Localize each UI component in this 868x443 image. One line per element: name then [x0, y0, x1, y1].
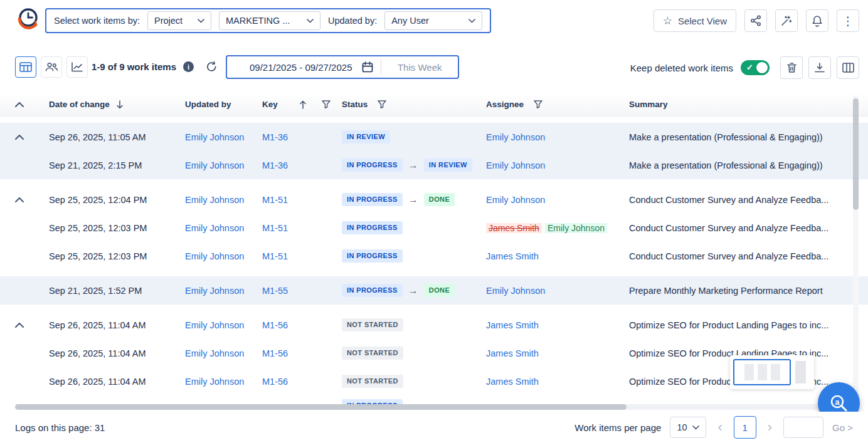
chevron-up-icon[interactable]	[15, 197, 24, 202]
horizontal-scrollbar[interactable]	[15, 404, 840, 410]
updated-by-link[interactable]: Emily Johnson	[185, 195, 244, 205]
row-expand-cell[interactable]	[15, 135, 49, 140]
log-row[interactable]: Sep 21, 2025, 2:15 PM Emily Johnson M1-3…	[0, 151, 868, 179]
work-item-key-link[interactable]: M1-56	[262, 348, 288, 358]
summary-text: Prepare Monthly Marketing Performance Re…	[629, 286, 853, 296]
work-item-key-link[interactable]: M1-36	[262, 132, 288, 142]
work-item-group: Sep 26, 2025, 11:05 AM Emily Johnson M1-…	[0, 123, 868, 179]
work-item-key-link[interactable]: M1-36	[262, 160, 288, 170]
row-expand-cell[interactable]	[15, 197, 49, 202]
filter-funnel-icon[interactable]	[378, 100, 386, 108]
filter-by-dropdown[interactable]: Project	[147, 11, 211, 30]
work-item-key-link[interactable]: M1-55	[262, 286, 288, 296]
refresh-button[interactable]	[206, 61, 218, 73]
assignee-link[interactable]: James Smith	[486, 348, 539, 358]
column-header-assignee[interactable]: Assignee	[486, 100, 629, 109]
updated-by-dropdown[interactable]: Any User	[384, 11, 482, 30]
bell-icon	[812, 15, 823, 27]
info-icon[interactable]: i	[183, 61, 194, 72]
log-row[interactable]: Sep 26, 2025, 11:04 AM Emily Johnson M1-…	[0, 311, 868, 339]
date-range-picker[interactable]: 09/21/2025 - 09/27/2025 This Week	[226, 55, 459, 79]
status-badge-to: DONE	[424, 193, 455, 206]
work-item-key-link[interactable]: M1-56	[262, 377, 288, 387]
vertical-scrollbar[interactable]	[853, 95, 859, 402]
status-badge-from: IN PROGRESS	[342, 193, 403, 206]
updated-by-link[interactable]: Emily Johnson	[185, 160, 244, 170]
assignee-added: Emily Johnson	[545, 223, 607, 233]
project-value: MARKETING ...	[226, 16, 290, 26]
status-badge: NOT STARTED	[342, 347, 403, 359]
updated-by-link[interactable]: Emily Johnson	[185, 286, 244, 296]
chevron-up-icon[interactable]	[15, 102, 24, 107]
collapse-all-cell[interactable]	[15, 102, 49, 107]
select-view-button[interactable]: ☆ Select View	[654, 9, 736, 32]
assignee-link[interactable]: Emily Johnson	[486, 132, 545, 142]
notifications-button[interactable]	[806, 9, 828, 32]
updated-by-link[interactable]: Emily Johnson	[185, 251, 244, 261]
filter-funnel-icon[interactable]	[322, 100, 331, 108]
date-preset-label[interactable]: This Week	[381, 62, 458, 73]
column-header-status-label: Status	[342, 100, 368, 109]
updated-by-link[interactable]: Emily Johnson	[185, 377, 244, 387]
log-row[interactable]: Sep 26, 2025, 11:05 AM Emily Johnson M1-…	[0, 123, 868, 151]
page-jump-input[interactable]	[783, 417, 823, 438]
more-options-button[interactable]: ⋮	[837, 9, 859, 32]
people-view-button[interactable]	[41, 56, 62, 78]
updated-by-link[interactable]: Emily Johnson	[185, 132, 244, 142]
download-icon	[814, 62, 825, 73]
column-header-status[interactable]: Status	[342, 100, 486, 109]
assignee-link[interactable]: James Smith	[486, 320, 539, 330]
previous-page-button[interactable]: ‹	[715, 420, 724, 434]
svg-text:a: a	[835, 397, 840, 406]
chevron-up-icon[interactable]	[15, 135, 24, 140]
assignee-link[interactable]: Emily Johnson	[486, 195, 545, 205]
trash-icon	[786, 62, 797, 73]
columns-button[interactable]	[837, 56, 859, 79]
app-window: Select work items by: Project MARKETING …	[0, 0, 868, 443]
log-row[interactable]: Sep 25, 2025, 12:03 PM Emily Johnson M1-…	[0, 242, 868, 270]
updated-by-link[interactable]: Emily Johnson	[185, 320, 244, 330]
date-range-value[interactable]: 09/21/2025 - 09/27/2025	[227, 62, 352, 73]
column-header-updated-by[interactable]: Updated by	[185, 100, 262, 109]
assignee-link[interactable]: Emily Johnson	[486, 160, 545, 170]
horizontal-scrollbar-thumb[interactable]	[15, 404, 627, 410]
column-header-key[interactable]: Key	[262, 100, 342, 110]
chevron-up-icon[interactable]	[15, 323, 24, 328]
column-header-summary[interactable]: Summary	[629, 100, 853, 109]
log-row[interactable]: Sep 25, 2025, 12:04 PM Emily Johnson M1-…	[0, 185, 868, 214]
delete-button[interactable]	[780, 56, 803, 79]
export-button[interactable]	[808, 56, 831, 79]
updated-by-link[interactable]: Emily Johnson	[185, 223, 244, 233]
refresh-icon	[206, 61, 218, 73]
filter-by-value: Project	[154, 16, 183, 26]
log-row[interactable]: Sep 25, 2025, 12:03 PM Emily Johnson M1-…	[0, 214, 868, 242]
assignee-link[interactable]: James Smith	[486, 251, 539, 261]
work-item-key-link[interactable]: M1-51	[262, 251, 288, 261]
filter-funnel-icon[interactable]	[534, 100, 542, 108]
work-item-key-link[interactable]: M1-51	[262, 195, 288, 205]
magic-wand-button[interactable]	[775, 9, 798, 32]
sort-ascending-icon[interactable]	[299, 100, 307, 110]
assignee-link[interactable]: James Smith	[486, 377, 539, 387]
column-header-date[interactable]: Date of change	[49, 100, 185, 110]
next-page-button[interactable]: ›	[765, 420, 775, 434]
chevron-down-icon	[692, 425, 699, 430]
work-item-key-link[interactable]: M1-56	[262, 320, 288, 330]
status-badge-from: IN PROGRESS	[342, 284, 403, 296]
project-dropdown[interactable]: MARKETING ...	[219, 11, 320, 30]
vertical-scrollbar-thumb[interactable]	[853, 98, 859, 210]
table-view-button[interactable]	[15, 56, 36, 78]
updated-by-link[interactable]: Emily Johnson	[185, 348, 244, 358]
share-button[interactable]	[744, 9, 767, 32]
row-expand-cell[interactable]	[15, 323, 49, 328]
go-to-page-button[interactable]: Go >	[832, 422, 853, 433]
assignee-link[interactable]: Emily Johnson	[486, 286, 545, 296]
keep-deleted-toggle[interactable]: ✓	[741, 60, 770, 75]
calendar-icon[interactable]	[362, 61, 373, 73]
current-page-button[interactable]: 1	[734, 416, 756, 439]
per-page-select[interactable]: 10	[670, 417, 706, 438]
work-item-key-link[interactable]: M1-51	[262, 223, 288, 233]
sort-descending-icon[interactable]	[116, 100, 124, 110]
chart-view-button[interactable]	[66, 56, 88, 78]
log-row[interactable]: Sep 21, 2025, 1:52 PM Emily Johnson M1-5…	[0, 276, 868, 305]
